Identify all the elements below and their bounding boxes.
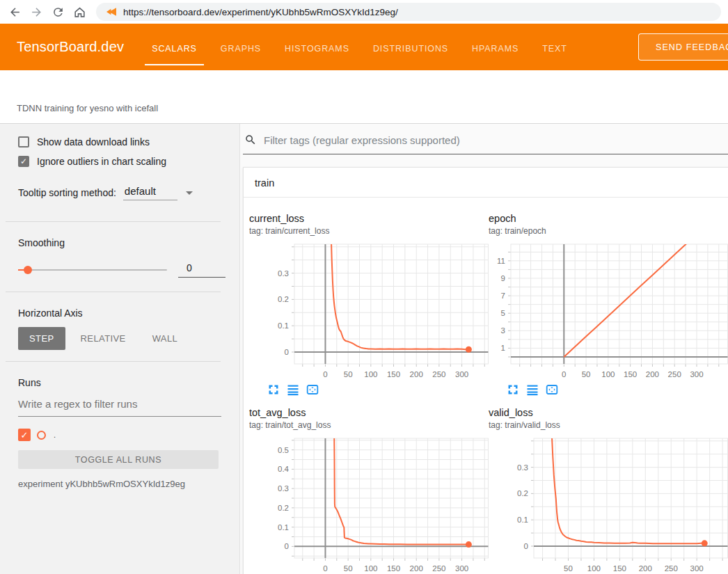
smoothing-slider[interactable]: [18, 269, 167, 271]
experiment-title-strip: TDNN training for yesno with icefall: [0, 70, 728, 124]
run-color-swatch: [37, 431, 46, 440]
reload-icon[interactable]: [50, 4, 65, 19]
smoothing-slider-thumb[interactable]: [24, 266, 32, 274]
svg-text:3: 3: [501, 326, 505, 335]
fullscreen-icon[interactable]: [507, 383, 519, 396]
show-download-links-row[interactable]: Show data download links: [18, 136, 239, 148]
svg-text:0.4: 0.4: [278, 465, 290, 473]
svg-text:300: 300: [690, 370, 703, 378]
chart-card-tot_avg_loss: tot_avg_losstag: train/tot_avg_loss00.10…: [249, 407, 489, 574]
show-download-links-label: Show data download links: [37, 136, 150, 148]
runs-label: Runs: [18, 377, 239, 388]
svg-text:50: 50: [582, 370, 591, 378]
chart-toolbar: [267, 383, 489, 396]
svg-text:7: 7: [501, 292, 505, 300]
svg-text:5: 5: [501, 309, 505, 317]
svg-text:0.1: 0.1: [278, 523, 289, 532]
log-scale-icon[interactable]: [287, 383, 299, 396]
run-row[interactable]: ✓ .: [18, 428, 239, 442]
home-icon[interactable]: [72, 4, 87, 19]
svg-text:0: 0: [323, 370, 327, 378]
brand-title: TensorBoard.dev: [17, 39, 124, 55]
ignore-outliers-row[interactable]: ✓ Ignore outliers in chart scaling: [18, 156, 239, 167]
chevron-down-icon: [186, 191, 193, 195]
address-bar[interactable]: https://tensorboard.dev/experiment/yKUbh…: [96, 3, 721, 21]
tab-distributions[interactable]: DISTRIBUTIONS: [373, 25, 448, 70]
svg-text:0.3: 0.3: [278, 484, 289, 493]
svg-text:250: 250: [668, 370, 681, 378]
chart-tag: tag: train/current_loss: [249, 226, 489, 236]
chart-title: current_loss: [249, 213, 489, 224]
runs-filter-input[interactable]: Write a regex to filter runs: [18, 398, 221, 417]
svg-text:50: 50: [344, 564, 353, 573]
send-feedback-button[interactable]: SEND FEEDBACK: [638, 33, 728, 61]
chart-plot-tot_avg_loss[interactable]: 00.10.20.30.40.5050100150200250300: [249, 436, 489, 574]
app-header: TensorBoard.dev SCALARS GRAPHS HISTOGRAM…: [0, 24, 728, 70]
chart-plot-epoch[interactable]: 1357911050100150200250300: [489, 241, 728, 381]
experiment-id-text: experiment yKUbhb5wRmOSXYkId1z9eg: [18, 479, 239, 489]
search-icon: [244, 134, 257, 146]
toggle-all-runs-button[interactable]: TOGGLE ALL RUNS: [18, 450, 219, 469]
show-download-links-checkbox[interactable]: [18, 136, 29, 148]
fit-domain-icon[interactable]: [546, 383, 558, 396]
log-scale-icon[interactable]: [526, 383, 539, 396]
chart-card-valid_loss: valid_losstag: train/valid_loss00.10.20.…: [489, 407, 728, 574]
fit-domain-icon[interactable]: [306, 383, 319, 396]
svg-text:250: 250: [432, 564, 445, 573]
svg-text:9: 9: [501, 274, 505, 282]
ignore-outliers-checkbox[interactable]: ✓: [18, 156, 29, 167]
horizontal-axis-label: Horizontal Axis: [18, 308, 239, 319]
train-section-card: train current_losstag: train/current_los…: [243, 167, 728, 574]
svg-text:0.5: 0.5: [278, 446, 289, 454]
smoothing-value-input[interactable]: 0: [178, 262, 225, 278]
svg-text:0: 0: [562, 370, 566, 378]
tab-histograms[interactable]: HISTOGRAMS: [285, 25, 349, 70]
svg-text:0: 0: [323, 564, 327, 573]
tab-graphs[interactable]: GRAPHS: [221, 25, 261, 70]
chart-plot-valid_loss[interactable]: 00.10.20.350100150200250300: [489, 436, 728, 574]
axis-step-button[interactable]: STEP: [18, 327, 65, 350]
chart-tag: tag: train/epoch: [489, 226, 728, 236]
svg-text:0: 0: [524, 542, 528, 550]
svg-text:300: 300: [455, 564, 468, 573]
chart-tag: tag: train/tot_avg_loss: [249, 420, 489, 430]
svg-text:0.3: 0.3: [278, 269, 289, 278]
filter-tags-input[interactable]: Filter tags (regular expressions support…: [264, 134, 460, 146]
filter-tags-row[interactable]: Filter tags (regular expressions support…: [243, 129, 728, 154]
svg-text:250: 250: [432, 370, 445, 378]
nav-tabs: SCALARS GRAPHS HISTOGRAMS DISTRIBUTIONS …: [152, 25, 567, 70]
svg-text:0.2: 0.2: [517, 489, 528, 497]
axis-wall-button[interactable]: WALL: [141, 327, 189, 350]
forward-arrow-icon[interactable]: [29, 4, 44, 19]
divider: [6, 361, 221, 362]
svg-text:1: 1: [501, 344, 505, 352]
settings-sidebar: Show data download links ✓ Ignore outlie…: [0, 124, 240, 574]
back-arrow-icon[interactable]: [7, 4, 22, 19]
ignore-outliers-label: Ignore outliers in chart scaling: [37, 156, 166, 167]
svg-text:150: 150: [613, 564, 626, 573]
svg-text:0.2: 0.2: [278, 504, 289, 512]
fullscreen-icon[interactable]: [267, 383, 280, 396]
train-section-header[interactable]: train: [244, 168, 728, 198]
main-panel: Filter tags (regular expressions support…: [240, 124, 728, 574]
svg-text:200: 200: [639, 564, 652, 573]
chart-tag: tag: train/valid_loss: [489, 420, 728, 430]
svg-text:0.1: 0.1: [278, 321, 289, 330]
browser-toolbar: https://tensorboard.dev/experiment/yKUbh…: [0, 0, 728, 24]
tensorboard-favicon: [106, 6, 117, 17]
tab-hparams[interactable]: HPARAMS: [472, 25, 519, 70]
chart-plot-current_loss[interactable]: 00.10.20.3050100150200250300: [249, 241, 489, 381]
chart-title: epoch: [489, 213, 728, 224]
svg-text:0: 0: [285, 542, 289, 550]
svg-text:100: 100: [587, 564, 601, 573]
run-checkbox[interactable]: ✓: [18, 429, 31, 441]
tooltip-sorting-dropdown[interactable]: default: [123, 185, 193, 200]
chart-card-epoch: epochtag: train/epoch1357911050100150200…: [489, 213, 728, 396]
experiment-title: TDNN training for yesno with icefall: [17, 103, 158, 113]
tab-scalars[interactable]: SCALARS: [152, 25, 197, 70]
divider: [6, 221, 221, 222]
url-text: https://tensorboard.dev/experiment/yKUbh…: [123, 7, 398, 17]
chart-title: valid_loss: [489, 407, 728, 418]
tab-text[interactable]: TEXT: [542, 25, 567, 70]
axis-relative-button[interactable]: RELATIVE: [70, 327, 137, 350]
